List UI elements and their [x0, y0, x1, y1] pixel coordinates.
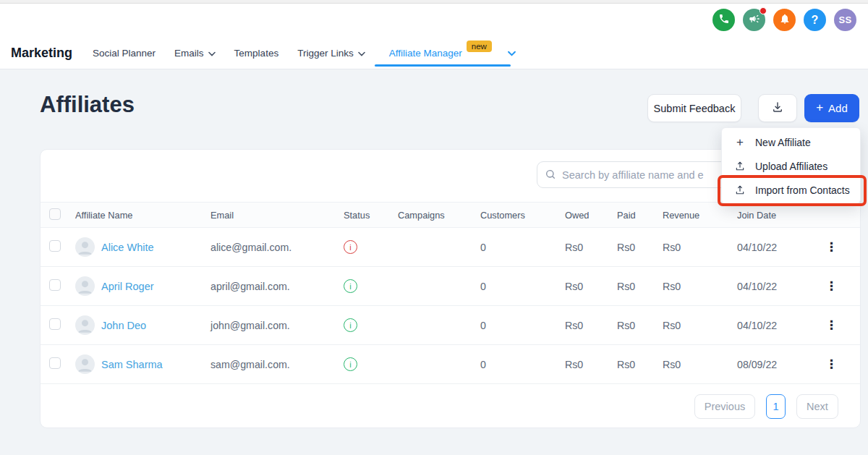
- download-icon: [771, 101, 784, 116]
- customers-value: 0: [480, 359, 565, 370]
- export-button[interactable]: [758, 94, 797, 122]
- avatar-initials: SS: [839, 14, 852, 25]
- affiliate-avatar: [75, 237, 95, 257]
- app-header: ? SS Marketing Social Planner Emails Tem…: [0, 0, 868, 69]
- phone-button[interactable]: [712, 9, 735, 31]
- chevron-down-icon[interactable]: [508, 48, 516, 59]
- notification-dot: [760, 7, 767, 14]
- add-dropdown-menu: + New Affiliate Upload Affiliates Import…: [721, 127, 861, 204]
- nav-item-templates[interactable]: Templates: [234, 48, 279, 59]
- revenue-value: Rs0: [663, 320, 737, 331]
- page-title: Affiliates: [40, 92, 135, 118]
- upload-icon: [734, 184, 746, 195]
- phone-icon: [718, 13, 730, 27]
- affiliate-name-link[interactable]: John Deo: [101, 320, 146, 331]
- row-menu-button[interactable]: ⋮: [825, 279, 838, 293]
- table-row: John Deo john@gmail.com. i 0 Rs0 Rs0 Rs0…: [41, 306, 860, 345]
- paid-value: Rs0: [617, 359, 663, 370]
- marketing-nav: Marketing Social Planner Emails Template…: [11, 39, 535, 67]
- pagination: Previous 1 Next: [694, 394, 838, 419]
- plus-icon: +: [816, 101, 823, 114]
- announcements-button[interactable]: [743, 9, 765, 31]
- table-row: April Roger april@gmail.com. i 0 Rs0 Rs0…: [41, 267, 860, 306]
- affiliate-email: sam@gmail.com.: [210, 359, 344, 370]
- table-header: Affiliate Name Email Status Campaigns Cu…: [41, 202, 860, 228]
- bell-icon: [779, 13, 791, 27]
- owed-value: Rs0: [565, 242, 617, 253]
- active-tab-underline: [375, 64, 511, 67]
- row-menu-button[interactable]: ⋮: [825, 357, 838, 371]
- column-header-join-date[interactable]: Join Date: [737, 210, 825, 221]
- next-page-button[interactable]: Next: [796, 394, 838, 419]
- add-button[interactable]: + Add: [804, 94, 859, 122]
- affiliate-email: john@gmail.com.: [210, 320, 344, 331]
- status-inactive-icon[interactable]: i: [344, 240, 357, 254]
- column-header-owed[interactable]: Owed: [565, 210, 617, 221]
- join-date-value: 08/09/22: [737, 359, 825, 370]
- column-header-campaigns[interactable]: Campaigns: [398, 210, 480, 221]
- column-header-email[interactable]: Email: [210, 210, 344, 221]
- row-checkbox[interactable]: [49, 279, 61, 291]
- row-menu-button[interactable]: ⋮: [825, 318, 838, 332]
- row-checkbox[interactable]: [49, 318, 61, 330]
- column-header-customers[interactable]: Customers: [480, 210, 565, 221]
- join-date-value: 04/10/22: [737, 320, 825, 331]
- affiliate-name-link[interactable]: Sam Sharma: [101, 359, 163, 370]
- search-icon: [545, 169, 556, 183]
- affiliate-avatar: [75, 354, 95, 374]
- owed-value: Rs0: [565, 359, 617, 370]
- affiliate-name-link[interactable]: April Roger: [101, 281, 154, 292]
- megaphone-icon: [749, 13, 760, 27]
- revenue-value: Rs0: [663, 242, 737, 253]
- nav-item-social-planner[interactable]: Social Planner: [93, 48, 156, 59]
- table-row: Alice White alice@gmail.com. i 0 Rs0 Rs0…: [41, 228, 860, 267]
- join-date-value: 04/10/22: [737, 281, 825, 292]
- affiliate-email: alice@gmail.com.: [210, 242, 344, 253]
- menu-item-upload-affiliates[interactable]: Upload Affiliates: [722, 154, 860, 178]
- submit-feedback-button[interactable]: Submit Feedback: [647, 94, 741, 122]
- previous-page-button[interactable]: Previous: [694, 394, 755, 419]
- owed-value: Rs0: [565, 281, 617, 292]
- top-strip: [0, 0, 868, 4]
- menu-item-import-from-contacts[interactable]: Import from Contacts: [722, 178, 860, 202]
- customers-value: 0: [480, 320, 565, 331]
- plus-icon: +: [734, 135, 746, 150]
- nav-brand: Marketing: [11, 46, 72, 61]
- status-active-icon[interactable]: i: [344, 318, 357, 332]
- row-checkbox[interactable]: [49, 357, 61, 369]
- upload-icon: [734, 161, 746, 171]
- select-all-checkbox[interactable]: [49, 208, 61, 220]
- page-number-button[interactable]: 1: [766, 394, 786, 419]
- owed-value: Rs0: [565, 320, 617, 331]
- row-checkbox[interactable]: [49, 240, 61, 252]
- nav-item-affiliate-manager[interactable]: Affiliate Manager new: [389, 47, 516, 59]
- affiliate-avatar: [75, 315, 95, 335]
- new-badge: new: [467, 41, 492, 52]
- paid-value: Rs0: [617, 281, 663, 292]
- topbar-icons: ? SS: [712, 9, 856, 31]
- paid-value: Rs0: [617, 320, 663, 331]
- column-header-revenue[interactable]: Revenue: [663, 210, 737, 221]
- revenue-value: Rs0: [663, 359, 737, 370]
- column-header-paid[interactable]: Paid: [617, 210, 663, 221]
- notifications-button[interactable]: [773, 9, 796, 31]
- column-header-status[interactable]: Status: [344, 210, 398, 221]
- user-avatar[interactable]: SS: [834, 9, 856, 31]
- affiliate-email: april@gmail.com.: [210, 281, 344, 292]
- chevron-down-icon: [358, 48, 365, 59]
- join-date-value: 04/10/22: [737, 242, 825, 253]
- affiliate-name-link[interactable]: Alice White: [101, 242, 154, 253]
- customers-value: 0: [480, 281, 565, 292]
- status-active-icon[interactable]: i: [344, 279, 357, 293]
- help-button[interactable]: ?: [804, 9, 826, 31]
- column-header-name[interactable]: Affiliate Name: [75, 210, 210, 221]
- paid-value: Rs0: [617, 242, 663, 253]
- status-active-icon[interactable]: i: [344, 357, 357, 371]
- affiliate-avatar: [75, 276, 95, 296]
- menu-item-new-affiliate[interactable]: + New Affiliate: [722, 130, 860, 154]
- nav-item-trigger-links[interactable]: Trigger Links: [297, 48, 365, 59]
- chevron-down-icon: [208, 48, 216, 59]
- customers-value: 0: [480, 242, 565, 253]
- row-menu-button[interactable]: ⋮: [825, 240, 838, 254]
- nav-item-emails[interactable]: Emails: [174, 48, 216, 59]
